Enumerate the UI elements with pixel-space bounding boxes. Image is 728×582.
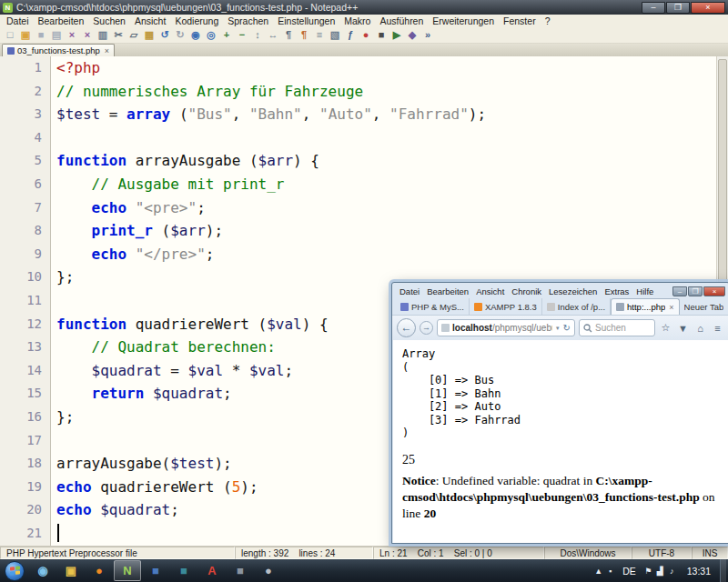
npp-menu-item[interactable]: Kodierung <box>170 15 223 26</box>
reload-icon[interactable]: ↻ <box>563 323 571 333</box>
undo-icon[interactable]: ↺ <box>157 28 172 43</box>
function-list-icon[interactable]: ƒ <box>343 28 358 43</box>
code-line-9[interactable]: echo "</pre>"; <box>56 243 728 266</box>
sync-vertical-icon[interactable]: ↕ <box>250 28 265 43</box>
code-line-7[interactable]: echo "<pre>"; <box>56 196 728 220</box>
taskbar-clock[interactable]: 13:31 <box>680 566 718 577</box>
redo-icon[interactable]: ↻ <box>173 28 187 43</box>
maximize-button[interactable]: ❐ <box>688 286 703 296</box>
save-all-icon[interactable]: ▤ <box>49 28 64 43</box>
npp-menu-item[interactable]: Datei <box>2 15 34 26</box>
close-file-icon[interactable]: × <box>65 28 79 43</box>
show-all-chars-icon[interactable]: ¶ <box>297 28 311 43</box>
explorer-icon[interactable]: ▣ <box>57 560 85 581</box>
cut-icon[interactable]: ✂ <box>111 28 126 43</box>
search-bar[interactable]: Suchen <box>579 319 655 336</box>
browser-tab[interactable]: XAMPP 1.8.3 <box>470 298 542 315</box>
tray-app-icon[interactable]: ▪ <box>604 567 616 576</box>
tab-close-icon[interactable]: × <box>103 46 109 55</box>
app-icon-slate[interactable]: ■ <box>227 560 254 581</box>
npp-menu-item[interactable]: Bearbeiten <box>34 15 89 26</box>
firefox-menu-item[interactable]: Lesezeichen <box>545 286 601 296</box>
browser-tab[interactable]: PHP & MyS... <box>396 298 470 315</box>
firefox-icon[interactable]: ● <box>86 560 113 581</box>
paste-icon[interactable]: ▦ <box>142 28 157 43</box>
word-wrap-icon[interactable]: ¶ <box>281 28 296 43</box>
close-button[interactable]: × <box>703 286 725 296</box>
action-center-flag-icon[interactable]: ⚑ <box>642 567 654 576</box>
volume-icon[interactable]: ♪ <box>666 567 678 576</box>
print-icon[interactable]: ▥ <box>96 28 110 43</box>
url-dropdown-icon[interactable]: ▼ <box>555 326 561 331</box>
npp-menu-item[interactable]: Fenster <box>499 15 541 26</box>
firefox-menu-item[interactable]: Datei <box>396 286 423 296</box>
firefox-title-bar[interactable]: DateiBearbeitenAnsichtChronikLesezeichen… <box>392 283 728 298</box>
firefox-menu-item[interactable]: Ansicht <box>472 286 508 296</box>
file-tab[interactable]: 03_functions-test.php × <box>2 44 115 56</box>
network-icon[interactable]: ▟ <box>654 567 666 576</box>
notepad-plus-plus-icon[interactable]: N <box>114 560 141 581</box>
record-macro-icon[interactable]: ● <box>359 28 373 43</box>
url-bar[interactable]: localhost/phpmysql/uebungen/03 ▼ ↻ <box>437 319 575 336</box>
stop-macro-icon[interactable]: ■ <box>374 28 389 43</box>
menu-icon[interactable]: ≡ <box>711 323 724 334</box>
start-button[interactable] <box>5 561 25 581</box>
code-line-4[interactable] <box>56 126 728 150</box>
firefox-menu-item[interactable]: Chronik <box>508 286 545 296</box>
bookmark-star-icon[interactable]: ☆ <box>659 322 672 334</box>
code-line-1[interactable]: <?php <box>56 56 728 80</box>
tab-close-icon[interactable]: × <box>668 303 673 312</box>
save-macro-icon[interactable]: ◆ <box>405 28 420 43</box>
npp-menu-item[interactable]: Sprachen <box>223 15 273 26</box>
play-macro-icon[interactable]: ▶ <box>389 28 404 43</box>
minimize-button[interactable]: – <box>642 2 665 14</box>
media-player-icon[interactable]: ◉ <box>29 560 56 581</box>
doc-map-icon[interactable]: ▧ <box>328 28 342 43</box>
npp-menu-item[interactable]: Ansicht <box>130 15 170 26</box>
code-line-6[interactable]: // Ausgabe mit print_r <box>56 173 728 196</box>
npp-menu-item[interactable]: Makro <box>339 15 375 26</box>
close-button[interactable]: × <box>691 2 725 14</box>
language-indicator[interactable]: DE <box>618 566 641 577</box>
new-file-icon[interactable]: □ <box>3 28 17 43</box>
close-all-icon[interactable]: × <box>80 28 95 43</box>
firefox-menu-item[interactable]: Bearbeiten <box>423 286 472 296</box>
run-macro-icon[interactable]: » <box>420 28 435 43</box>
maximize-button[interactable]: ❐ <box>666 2 690 14</box>
indent-guide-icon[interactable]: ≡ <box>312 28 327 43</box>
acrobat-reader-icon[interactable]: A <box>198 560 226 581</box>
show-desktop-button[interactable] <box>720 559 726 582</box>
forward-button[interactable]: → <box>420 321 433 335</box>
zoom-in-icon[interactable]: + <box>219 28 234 43</box>
home-icon[interactable]: ⌂ <box>693 323 707 334</box>
find-icon[interactable]: ◉ <box>188 28 203 43</box>
minimize-button[interactable]: – <box>672 286 687 296</box>
firefox-menu-item[interactable]: Extras <box>601 286 632 296</box>
code-line-5[interactable]: function arrayAusgabe ($arr) { <box>56 149 728 173</box>
downloads-icon[interactable]: ▼ <box>676 323 690 334</box>
code-line-3[interactable]: $test = array ("Bus", "Bahn", "Auto", "F… <box>56 103 728 126</box>
back-button[interactable]: ← <box>397 318 416 337</box>
open-folder-icon[interactable]: ▣ <box>18 28 33 43</box>
firefox-menu-item[interactable]: Hilfe <box>632 286 657 296</box>
sync-horizontal-icon[interactable]: ↔ <box>266 28 280 43</box>
npp-menu-item[interactable]: Ausführen <box>375 15 428 26</box>
browser-tab[interactable]: http:...php× <box>611 298 680 315</box>
app-icon-teal[interactable]: ■ <box>170 560 197 581</box>
npp-menu-item[interactable]: Erweiterungen <box>428 15 499 26</box>
npp-menu-item[interactable]: ? <box>541 15 555 26</box>
zoom-out-icon[interactable]: − <box>235 28 249 43</box>
tray-expand-icon[interactable]: ▲ <box>592 567 604 576</box>
npp-menu-item[interactable]: Suchen <box>88 15 130 26</box>
code-line-2[interactable]: // nummerisches Array für Fahrzeuge <box>56 80 728 104</box>
browser-tab[interactable]: Neuer Tab <box>680 298 728 315</box>
app-icon-gray[interactable]: ● <box>255 560 282 581</box>
replace-icon[interactable]: ◎ <box>204 28 218 43</box>
npp-menu-item[interactable]: Einstellungen <box>273 15 339 26</box>
copy-icon[interactable]: ▱ <box>126 28 141 43</box>
save-icon[interactable]: ■ <box>34 28 48 43</box>
npp-title-bar[interactable]: N C:\xampp-cmsod\htdocs\phpmysql\uebunge… <box>0 0 728 15</box>
app-icon-blue[interactable]: ■ <box>142 560 169 581</box>
browser-tab[interactable]: Index of /p... <box>542 298 611 315</box>
code-line-8[interactable]: print_r ($arr); <box>56 219 728 243</box>
